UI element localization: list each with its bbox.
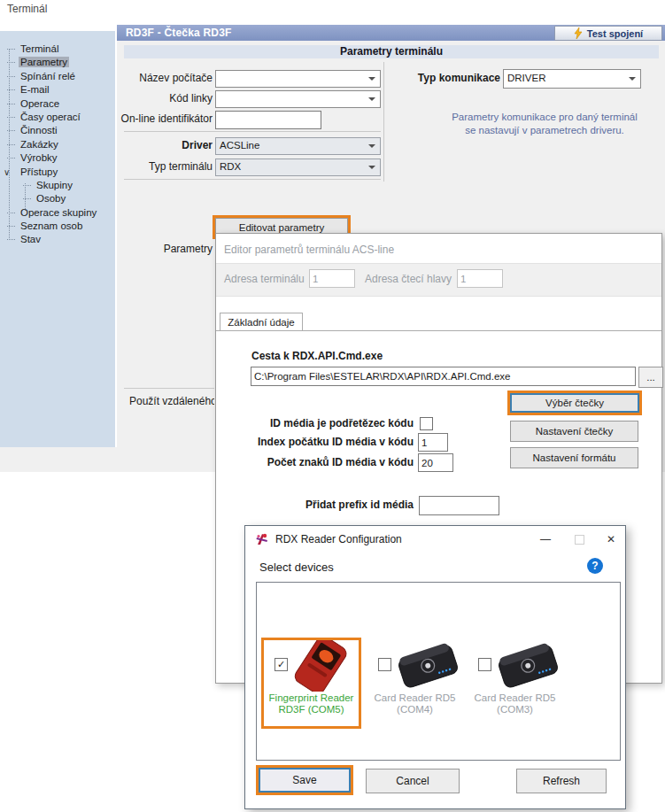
- menu-terminal[interactable]: Terminál: [7, 3, 47, 15]
- device-checkbox[interactable]: ✓: [275, 658, 288, 671]
- reader-settings-button[interactable]: Nastavení čtečky: [510, 421, 638, 442]
- rdx-title-bar: RDX Reader Configuration — ✕: [245, 526, 625, 553]
- divider: [124, 179, 381, 180]
- sidebar-item-osoby[interactable]: Osoby: [0, 192, 115, 205]
- device-name: Card Reader RD5: [468, 692, 562, 704]
- online-id-label: On-line identifikátor: [121, 112, 213, 125]
- address-band: Adresa terminálu 1 Adresa čtecí hlavy 1: [216, 263, 661, 297]
- driver-combo[interactable]: ACSLine: [215, 137, 381, 155]
- computer-name-combo[interactable]: [215, 70, 381, 88]
- cancel-button[interactable]: Cancel: [366, 769, 460, 793]
- divider: [124, 388, 214, 389]
- editor-dialog-title: Editor parametrů terminálu ACS-line: [224, 244, 394, 256]
- format-settings-button[interactable]: Nastavení formátu: [510, 447, 638, 468]
- rdx-reader-dialog: RDX Reader Configuration — ✕ Select devi…: [244, 525, 626, 809]
- test-connection-label: Test spojení: [587, 28, 643, 39]
- id-media-char-count-label: Počet znaků ID média v kódu: [267, 456, 414, 468]
- rdx-app-icon: [255, 532, 269, 546]
- minimize-icon[interactable]: —: [529, 526, 562, 553]
- close-icon[interactable]: ✕: [594, 526, 628, 553]
- device-port: (COM4): [367, 704, 462, 715]
- exe-path-input[interactable]: C:\Program Files\ESTELAR\RDX\API\RDX.API…: [251, 367, 636, 386]
- head-address-input[interactable]: 1: [457, 269, 503, 288]
- device-port: (COM3): [468, 704, 562, 715]
- refresh-button[interactable]: Refresh: [516, 769, 607, 793]
- head-address-label: Adresa čtecí hlavy: [365, 273, 452, 285]
- line-code-label: Kód linky: [169, 92, 213, 104]
- card-reader-image: [394, 640, 461, 690]
- driver-info-line2: se nastavují v parametrech driveru.: [434, 125, 655, 135]
- sidebar-item-parametry[interactable]: Parametry: [0, 56, 115, 69]
- tab-strip-line: [216, 330, 661, 331]
- sidebar-item-vyrobky[interactable]: Výrobky: [0, 151, 115, 165]
- parameters-label: Parametry: [164, 243, 213, 255]
- online-id-input[interactable]: [215, 111, 321, 129]
- save-button[interactable]: Save: [259, 768, 351, 793]
- sidebar-item-email[interactable]: E-mail: [0, 83, 115, 97]
- chevron-down-icon: [368, 166, 375, 169]
- sidebar-item-zakazky[interactable]: Zakázky: [0, 138, 115, 151]
- device-checkbox[interactable]: [378, 658, 391, 671]
- card-reader-image: [494, 640, 561, 690]
- sidebar-item-stav[interactable]: Stav: [0, 233, 115, 246]
- select-reader-button[interactable]: Výběr čtečky: [510, 393, 639, 413]
- column-divider: [383, 62, 384, 182]
- rdx-dialog-title: RDX Reader Configuration: [275, 533, 402, 545]
- chevron-down-icon: [368, 144, 375, 148]
- test-connection-button[interactable]: Test spojení: [554, 26, 662, 41]
- device-tile-fingerprint-rd3f[interactable]: ✓ Fingerprint Reader RD3F (COM5): [261, 638, 361, 729]
- exe-path-label: Cesta k RDX.API.Cmd.exe: [251, 350, 383, 362]
- id-media-start-index-label: Index počátku ID média v kódu: [258, 436, 414, 448]
- prefix-label: Přidat prefix id média: [305, 499, 414, 511]
- communication-type-combo[interactable]: DRIVER: [503, 69, 641, 89]
- chevron-down-icon: [368, 77, 375, 81]
- sidebar-item-operace-skupiny[interactable]: Operace skupiny: [0, 206, 115, 220]
- chevron-down-icon: [629, 77, 636, 81]
- id-media-start-index-input[interactable]: 1: [418, 433, 448, 452]
- terminal-type-combo[interactable]: RDX: [215, 159, 381, 176]
- select-reader-highlight: Výběr čtečky: [507, 391, 642, 415]
- divider: [124, 131, 381, 132]
- driver-info-line1: Parametry komunikace pro daný terminál: [434, 112, 655, 122]
- id-media-substring-checkbox[interactable]: [420, 417, 433, 430]
- tab-zakladni-udaje[interactable]: Základní údaje: [220, 313, 303, 331]
- terminal-address-input[interactable]: 1: [309, 269, 355, 288]
- browse-path-button[interactable]: ...: [638, 367, 663, 388]
- device-tile-card-rd5-com4[interactable]: Card Reader RD5 (COM4): [367, 640, 462, 726]
- help-icon[interactable]: ?: [587, 558, 603, 574]
- select-devices-label: Select devices: [259, 561, 334, 574]
- lightning-icon: [574, 27, 583, 39]
- terminal-address-label: Adresa terminálu: [224, 273, 305, 285]
- device-listbox: ✓ Fingerprint Reader RD3F (COM5): [256, 582, 621, 761]
- driver-label: Driver: [182, 139, 213, 151]
- sidebar-item-casy-operaci[interactable]: Časy operací: [0, 111, 115, 124]
- sidebar-item-pristupy[interactable]: ∨Přístupy: [0, 166, 115, 179]
- sidebar-item-terminal[interactable]: Terminál: [0, 43, 115, 56]
- sidebar-item-spinani-rele[interactable]: Spínání relé: [0, 70, 115, 83]
- id-media-substring-label: ID média je podřetězec kódu: [270, 417, 414, 429]
- id-media-char-count-input[interactable]: 20: [418, 453, 453, 472]
- device-port: RD3F (COM5): [264, 704, 359, 715]
- section-title-bar: Parametry terminálu: [124, 45, 659, 58]
- maximize-icon[interactable]: [562, 526, 596, 553]
- app-window: Terminál Terminál Parametry Spínání relé…: [0, 0, 665, 812]
- device-name: Card Reader RD5: [367, 692, 462, 704]
- section-title: Parametry terminálu: [340, 45, 443, 58]
- line-code-combo[interactable]: [215, 90, 381, 108]
- record-title: RD3F - Čtečka RD3F: [126, 27, 232, 39]
- remote-use-label: Použít vzdáleného z: [129, 395, 214, 407]
- device-checkbox[interactable]: [478, 658, 491, 671]
- sidebar-item-seznam-osob[interactable]: Seznam osob: [0, 220, 115, 233]
- computer-name-label: Název počítače: [139, 72, 213, 84]
- chevron-down-icon[interactable]: ∨: [4, 166, 10, 179]
- sidebar-item-skupiny[interactable]: Skupiny: [0, 179, 115, 192]
- menu-bar: Terminál: [0, 0, 665, 18]
- device-name: Fingerprint Reader: [264, 692, 359, 704]
- prefix-input[interactable]: [419, 496, 499, 515]
- sidebar-item-cinnosti[interactable]: Činnosti: [0, 124, 115, 137]
- save-button-highlight: Save: [256, 765, 353, 795]
- communication-type-label: Typ komunikace: [418, 72, 500, 84]
- sidebar-tree: Terminál Parametry Spínání relé E-mail O…: [0, 31, 115, 447]
- device-tile-card-rd5-com3[interactable]: Card Reader RD5 (COM3): [468, 640, 562, 726]
- sidebar-item-operace[interactable]: Operace: [0, 97, 115, 111]
